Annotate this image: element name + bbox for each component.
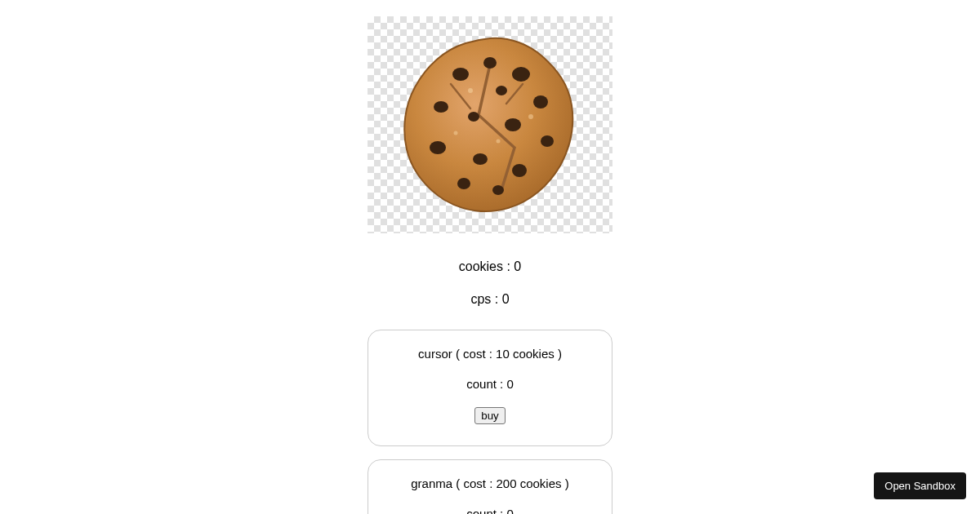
svg-point-4 — [434, 101, 448, 113]
shop-item-title: cursor ( cost : 10 cookies ) — [376, 347, 604, 361]
shop-item-title: granma ( cost : 200 cookies ) — [376, 476, 604, 490]
svg-point-14 — [468, 88, 473, 93]
svg-point-11 — [457, 178, 470, 189]
open-sandbox-button[interactable]: Open Sandbox — [874, 472, 966, 499]
buy-button-cursor[interactable]: buy — [474, 407, 505, 424]
shop-item-granma: granma ( cost : 200 cookies ) count : 0 … — [368, 459, 612, 514]
cookies-count: cookies : 0 — [459, 259, 521, 274]
svg-point-3 — [533, 95, 548, 109]
cookie-clicker[interactable] — [368, 16, 612, 233]
shop-item-count: count : 0 — [376, 377, 604, 391]
main-container: cookies : 0 cps : 0 cursor ( cost : 10 c… — [0, 0, 980, 514]
shop-item-count: count : 0 — [376, 507, 604, 514]
svg-point-7 — [541, 135, 554, 147]
svg-point-1 — [483, 57, 497, 69]
svg-point-9 — [473, 153, 488, 165]
cookie-icon — [392, 27, 588, 223]
svg-point-6 — [505, 118, 521, 131]
svg-point-16 — [454, 131, 458, 135]
svg-point-10 — [512, 164, 527, 177]
svg-point-5 — [468, 112, 479, 122]
svg-point-13 — [496, 86, 507, 95]
shop-item-cursor: cursor ( cost : 10 cookies ) count : 0 b… — [368, 330, 612, 446]
svg-point-12 — [492, 185, 504, 195]
svg-point-0 — [452, 68, 469, 81]
svg-point-15 — [528, 114, 533, 119]
cps-count: cps : 0 — [459, 292, 521, 307]
svg-point-2 — [512, 67, 530, 82]
svg-point-17 — [497, 140, 501, 144]
stats-panel: cookies : 0 cps : 0 — [459, 253, 521, 325]
svg-point-8 — [430, 141, 446, 154]
